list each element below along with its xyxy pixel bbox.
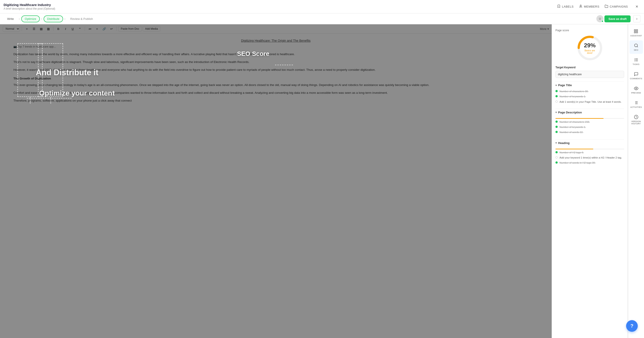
target-keyword-input[interactable] (556, 71, 624, 78)
toolbar-divider-4 (116, 26, 116, 31)
seo-item-text: Number of characters 30. (560, 90, 588, 93)
accordion-page-description: ▾ Page Description Number of characters … (556, 109, 624, 138)
tab-optimize[interactable]: Optimize (21, 15, 40, 22)
toolbar-divider-2 (53, 26, 54, 31)
bold-button[interactable]: B (55, 26, 62, 32)
toolbar-divider-3 (85, 26, 85, 31)
align-right-button[interactable]: ▤ (38, 26, 44, 32)
sidebar-item-preview[interactable]: PREVIEW (630, 83, 643, 97)
section1-paragraph-1: The ever-growing, ever-changing technolo… (14, 83, 538, 88)
sidebar-item-version-history[interactable]: VERSION HISTORY (628, 112, 644, 128)
save-draft-button[interactable]: Save as draft (604, 15, 630, 22)
tab-arrow-2: › (41, 17, 42, 20)
nav-members[interactable]: MEMBERS (579, 4, 599, 9)
main-area: And Distribute it Optimize your content … (0, 24, 644, 338)
link-button[interactable]: 🔗 (101, 26, 107, 32)
empty-dot-icon (556, 156, 558, 159)
expand-button[interactable]: › (633, 15, 640, 22)
help-button[interactable]: ? (626, 320, 638, 332)
seo-label: SEO (634, 49, 638, 51)
add-media-button[interactable]: Add Media (143, 26, 160, 31)
tab-distribute[interactable]: Distribute (44, 15, 63, 22)
tab-optimize-label: Optimize (25, 17, 36, 20)
avatar-area: U (596, 15, 604, 22)
header-left: Digitizing Healthcare Industry A brief d… (4, 3, 55, 10)
accordion-heading-label: Heading (558, 141, 570, 145)
content-image: 📷 Top 7 trends in healthcare app... (14, 45, 538, 48)
accordion-page-title-header[interactable]: ▾ Page Title (556, 81, 624, 89)
paste-from-doc-button[interactable]: Paste from Doc (118, 26, 142, 31)
paragraph-1: Digitization has taken the world by stor… (14, 52, 538, 57)
header-right: LABELS MEMBERS CAMPAIGNS × (557, 3, 640, 10)
content-title: Digitizing Healthcare: The Origin and Th… (14, 39, 538, 42)
editor-content[interactable]: Digitizing Healthcare: The Origin and Th… (0, 33, 552, 338)
grid-icon (634, 29, 638, 34)
quote-button[interactable]: " (77, 26, 83, 32)
green-dot-icon (556, 121, 558, 123)
accordion-page-description-header[interactable]: ▾ Page Description (556, 109, 624, 116)
progress-bar-fill (556, 149, 593, 149)
justify-button[interactable]: ▥ (45, 26, 52, 32)
italic-button[interactable]: I (62, 26, 69, 32)
toolbar-divider-1 (22, 26, 22, 31)
chevron-down-icon: ▾ (556, 141, 557, 145)
content-body: Digitization has taken the world by stor… (14, 52, 538, 103)
chat-icon (634, 72, 639, 77)
page-subtitle: A brief description about the post (Opti… (4, 7, 55, 10)
accordion-page-title-content: Number of characters 30. Number of keywo… (556, 89, 624, 107)
ordered-list-button[interactable]: ≔ (87, 26, 93, 32)
more-button[interactable]: More ▾ (540, 27, 549, 31)
accordion-page-title: ▾ Page Title Number of characters 30. Nu… (556, 81, 624, 107)
tab-write[interactable]: Write (4, 15, 18, 22)
align-left-button[interactable]: ≡ (24, 26, 30, 32)
paragraph-3: However, it wasn't until 2020, the fated… (14, 67, 538, 73)
svg-line-8 (637, 46, 638, 47)
seo-item-text: Add your keyword 1 time(s) within a H2 /… (560, 156, 622, 160)
tab-review-label: Review & Publish (70, 17, 93, 20)
undo-button[interactable]: ↩ (108, 26, 114, 32)
progress-bar (556, 149, 624, 149)
nav-campaigns[interactable]: CAMPAIGNS (605, 4, 628, 9)
progress-bar-fill (556, 118, 604, 119)
unordered-list-button[interactable]: ≡ (94, 26, 100, 32)
green-dot-icon (556, 151, 558, 153)
sidebar-item-comments[interactable]: COMMENTS (628, 69, 644, 82)
score-subtitle: Basics are done! (583, 49, 596, 54)
tab-arrow-1: › (19, 17, 20, 20)
nav-labels[interactable]: LABELS (557, 4, 574, 9)
section1-paragraph-3: Therefore, programs, software, applicati… (14, 98, 538, 103)
expand-icon: › (636, 17, 637, 21)
underline-button[interactable]: U (70, 26, 76, 32)
tab-review[interactable]: Review & Publish (67, 15, 96, 22)
page-score-label: Page score (556, 29, 569, 32)
seo-item-text: Number of characters 156. (560, 120, 590, 124)
campaigns-text: CAMPAIGNS (610, 5, 628, 8)
editor-panel: And Distribute it Optimize your content … (0, 24, 552, 338)
sidebar-item-tasks[interactable]: TASKS (630, 55, 643, 68)
paragraph-2: That's not to say healthcare digitizatio… (14, 60, 538, 65)
activities-label: ACTIVITIES (630, 106, 642, 108)
avatar: U (596, 15, 604, 22)
format-select[interactable]: NormalH1H2H3 (3, 26, 20, 32)
seo-item: Number of characters 30. (556, 90, 624, 93)
person-icon (579, 4, 582, 9)
sidebar-item-activities[interactable]: ACTIVITIES (628, 98, 644, 111)
sidebar-item-assistant[interactable]: ASSISTANT (628, 26, 644, 39)
accordion-page-description-label: Page Description (558, 111, 582, 114)
close-button[interactable]: × (633, 3, 640, 10)
align-center-button[interactable]: ☰ (31, 26, 37, 32)
svg-rect-4 (636, 30, 638, 31)
seo-item: Number of H2 tags 6. (556, 151, 624, 155)
seo-item: Number of keywords 1. (556, 95, 624, 98)
sidebar-item-seo[interactable]: SEO (630, 40, 643, 54)
header: Digitizing Healthcare Industry A brief d… (0, 0, 644, 13)
accordion-heading-header[interactable]: ▾ Heading (556, 139, 624, 147)
labels-text: LABELS (562, 5, 574, 8)
activities-icon (634, 100, 638, 105)
svg-rect-5 (634, 32, 636, 33)
chevron-down-icon: ▾ (556, 111, 557, 114)
version-history-label: VERSION HISTORY (630, 120, 642, 125)
accordion-page-title-label: Page Title (558, 83, 572, 87)
seo-item: Number of words in H2 tags 39. (556, 161, 624, 165)
seo-item: Number of characters 156. (556, 120, 624, 124)
